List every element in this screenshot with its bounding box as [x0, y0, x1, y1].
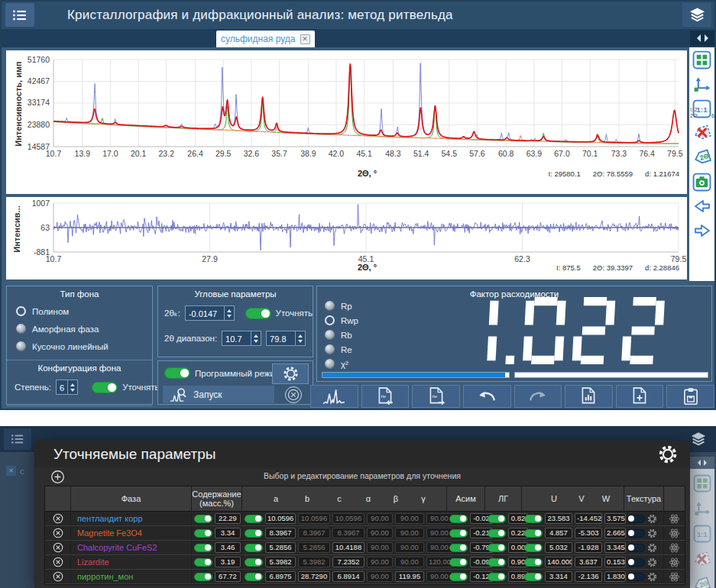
- clipboard-save-button[interactable]: [666, 385, 714, 408]
- tile-view-button[interactable]: [692, 50, 712, 69]
- toggle-switch[interactable]: [194, 515, 212, 523]
- toggle-switch[interactable]: [524, 544, 543, 552]
- phase-name[interactable]: Magnetite Fe3O4: [77, 528, 142, 538]
- phase-structure-icon[interactable]: [669, 513, 680, 525]
- toggle-switch[interactable]: [488, 544, 506, 552]
- toggle-switch[interactable]: [488, 573, 506, 581]
- add-document-button[interactable]: [616, 385, 664, 408]
- radio-rb[interactable]: Rb: [325, 330, 358, 340]
- phase-name[interactable]: Lizardite: [77, 557, 109, 567]
- toggle-switch[interactable]: [627, 544, 645, 552]
- toggle-switch[interactable]: [194, 558, 212, 567]
- refine-zero-shift-toggle[interactable]: [245, 308, 271, 319]
- value-box[interactable]: 10.0596: [332, 513, 364, 524]
- toggle-switch[interactable]: [488, 558, 506, 567]
- two-theta-labels-button[interactable]: [692, 147, 712, 167]
- cancel-button[interactable]: [285, 386, 302, 403]
- range-from-stepper[interactable]: 10.7: [222, 331, 261, 346]
- zero-shift-stepper[interactable]: -0.0147: [185, 305, 235, 321]
- panel-collapse-button[interactable]: [690, 31, 714, 46]
- value-box[interactable]: 23.583: [545, 513, 572, 524]
- axes-scale-button[interactable]: [692, 74, 712, 94]
- value-box[interactable]: 8.3967: [298, 528, 330, 538]
- export-rie-button[interactable]: [412, 385, 460, 408]
- phase-name[interactable]: пирротин_мон: [77, 572, 133, 581]
- value-box[interactable]: 3.345: [604, 542, 626, 553]
- remove-labels-button[interactable]: [692, 123, 712, 143]
- phase-texture-settings-icon[interactable]: [647, 528, 657, 538]
- degree-stepper[interactable]: 6: [56, 380, 78, 395]
- up-arrow-icon[interactable]: [70, 381, 75, 386]
- redo-button[interactable]: [514, 385, 562, 408]
- program-mode-toggle[interactable]: [164, 367, 190, 379]
- remove-phase-button[interactable]: [53, 513, 63, 524]
- value-box[interactable]: -5.303: [575, 528, 602, 538]
- value-box[interactable]: 5.2856: [265, 542, 296, 553]
- value-box[interactable]: 10.0596: [265, 513, 296, 524]
- value-box[interactable]: 0.153: [604, 557, 626, 567]
- tab-sulfide-ore[interactable]: сульфидная руда ✕: [216, 31, 315, 47]
- toggle-switch[interactable]: [194, 573, 212, 581]
- value-box[interactable]: 3.575: [604, 513, 626, 524]
- toggle-switch[interactable]: [488, 515, 506, 523]
- value-box[interactable]: 90.00: [395, 557, 424, 567]
- value-box[interactable]: 5.032: [545, 542, 572, 553]
- radio-rp[interactable]: Rp: [325, 301, 358, 311]
- program-settings-button[interactable]: [272, 363, 309, 384]
- refine-background-toggle[interactable]: [92, 382, 118, 393]
- value-box[interactable]: 119.95: [395, 571, 424, 582]
- one-to-one-button[interactable]: [692, 99, 712, 118]
- toggle-switch[interactable]: [245, 544, 263, 552]
- phase-name[interactable]: пентландит корр: [77, 514, 143, 523]
- up-arrow-icon[interactable]: [254, 332, 258, 338]
- value-box[interactable]: 90.00: [367, 513, 393, 524]
- radio-piecewise-linear[interactable]: Кусочно линейный: [16, 341, 152, 351]
- value-box[interactable]: 6.8975: [265, 571, 296, 582]
- dialog-settings-button[interactable]: [658, 444, 678, 464]
- toggle-switch[interactable]: [524, 558, 543, 567]
- value-box[interactable]: 3.637: [575, 557, 602, 567]
- toggle-switch[interactable]: [245, 558, 263, 567]
- value-box[interactable]: 3.19: [215, 557, 241, 567]
- value-box[interactable]: 3.314: [545, 571, 572, 582]
- navigate-back-button[interactable]: [692, 196, 712, 216]
- up-arrow-icon[interactable]: [298, 332, 303, 338]
- value-box[interactable]: -2.136: [575, 571, 602, 582]
- import-rie-button[interactable]: [361, 385, 410, 408]
- toggle-switch[interactable]: [524, 529, 543, 538]
- value-box[interactable]: 90.00: [367, 528, 393, 538]
- phase-texture-settings-icon[interactable]: [647, 557, 657, 567]
- remove-phase-button[interactable]: [53, 528, 63, 538]
- radio-chi-squared[interactable]: χ²: [325, 359, 358, 369]
- radio-polynomial[interactable]: Полином: [16, 306, 152, 316]
- down-arrow-icon[interactable]: [254, 340, 258, 345]
- value-box[interactable]: 28.7290: [298, 571, 330, 582]
- toggle-switch[interactable]: [194, 529, 212, 538]
- pattern-button[interactable]: [310, 385, 358, 408]
- value-box[interactable]: 7.2352: [332, 557, 364, 567]
- down-arrow-icon[interactable]: [227, 315, 232, 320]
- toggle-switch[interactable]: [627, 573, 645, 581]
- value-box[interactable]: 22.29: [215, 513, 241, 524]
- toggle-switch[interactable]: [449, 544, 468, 552]
- snapshot-button[interactable]: [692, 172, 712, 192]
- value-box[interactable]: 1.830: [604, 571, 626, 582]
- value-box[interactable]: 90.00: [367, 571, 393, 582]
- value-box[interactable]: 8.3967: [265, 528, 296, 538]
- value-box[interactable]: 90.00: [395, 528, 424, 538]
- radio-amorphous-phase[interactable]: Аморфная фаза: [16, 324, 152, 334]
- value-box[interactable]: 8.3967: [332, 528, 364, 538]
- value-box[interactable]: 140.000: [545, 557, 572, 567]
- down-arrow-icon[interactable]: [298, 340, 303, 345]
- main-menu-button[interactable]: [5, 3, 34, 27]
- difference-chart-plot[interactable]: 10.727.945.162.379.5100763-881: [6, 197, 687, 270]
- value-box[interactable]: 10.4188: [332, 542, 364, 553]
- main-chart-plot[interactable]: 10.713.917.020.123.226.429.532.635.738.9…: [6, 50, 687, 166]
- value-box[interactable]: 6.8914: [332, 571, 364, 582]
- navigate-forward-button[interactable]: [692, 221, 712, 241]
- value-box[interactable]: 90.00: [367, 557, 393, 567]
- toggle-switch[interactable]: [194, 544, 212, 552]
- toggle-switch[interactable]: [627, 515, 645, 523]
- run-button[interactable]: Запуск: [163, 386, 274, 403]
- tab-close-icon[interactable]: ✕: [300, 34, 310, 44]
